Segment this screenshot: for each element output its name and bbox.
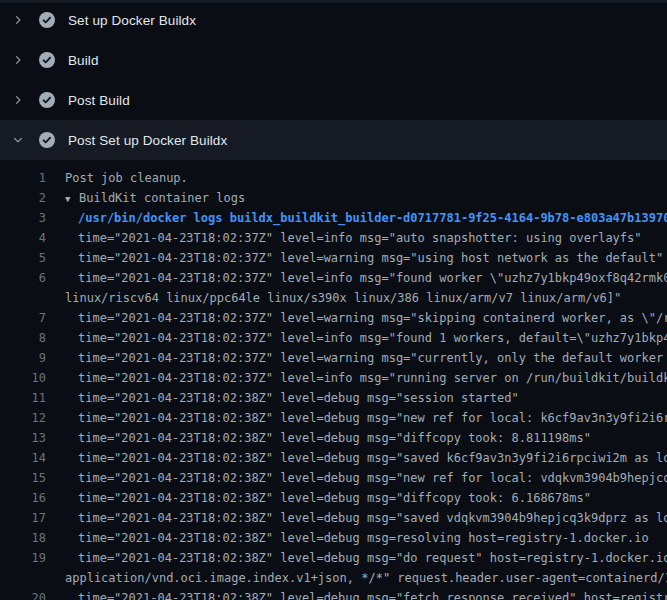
line-number[interactable]: 4 bbox=[0, 228, 46, 248]
log-message: time="2021-04-23T18:02:37Z" level=warnin… bbox=[78, 311, 667, 325]
log-lines-container: 1Post job cleanup.2▼BuildKit container l… bbox=[0, 160, 667, 600]
log-text: time="2021-04-23T18:02:38Z" level=debug … bbox=[78, 508, 667, 528]
log-line: 20time="2021-04-23T18:02:38Z" level=debu… bbox=[0, 588, 667, 600]
log-text: time="2021-04-23T18:02:38Z" level=debug … bbox=[78, 468, 667, 488]
log-text: time="2021-04-23T18:02:37Z" level=warnin… bbox=[78, 248, 663, 268]
log-text: time="2021-04-23T18:02:38Z" level=debug … bbox=[78, 388, 519, 408]
chevron-right-icon[interactable] bbox=[12, 13, 24, 27]
line-number bbox=[0, 288, 46, 308]
log-line: 6time="2021-04-23T18:02:37Z" level=info … bbox=[0, 268, 667, 288]
line-number[interactable]: 1 bbox=[0, 168, 46, 188]
log-line: 14time="2021-04-23T18:02:38Z" level=debu… bbox=[0, 448, 667, 468]
check-circle-icon bbox=[39, 92, 55, 108]
log-text: time="2021-04-23T18:02:37Z" level=info m… bbox=[78, 368, 667, 388]
line-number[interactable]: 19 bbox=[0, 548, 46, 568]
step-header[interactable]: Post Set up Docker Buildx bbox=[0, 120, 667, 160]
line-number[interactable]: 9 bbox=[0, 348, 46, 368]
line-number[interactable]: 20 bbox=[0, 588, 46, 600]
log-message: time="2021-04-23T18:02:38Z" level=debug … bbox=[78, 451, 667, 465]
check-circle-icon bbox=[39, 12, 55, 28]
chevron-right-icon[interactable] bbox=[12, 93, 24, 107]
log-message: time="2021-04-23T18:02:38Z" level=debug … bbox=[78, 511, 667, 525]
log-message: time="2021-04-23T18:02:38Z" level=debug … bbox=[78, 551, 667, 565]
log-message: time="2021-04-23T18:02:37Z" level=info m… bbox=[78, 331, 667, 345]
log-text: time="2021-04-23T18:02:37Z" level=info m… bbox=[78, 228, 642, 248]
line-number[interactable]: 13 bbox=[0, 428, 46, 448]
log-line: 1Post job cleanup. bbox=[0, 168, 667, 188]
step-header[interactable]: Set up Docker Buildx bbox=[0, 0, 667, 40]
log-message: time="2021-04-23T18:02:38Z" level=debug … bbox=[78, 591, 667, 600]
log-line: 11time="2021-04-23T18:02:38Z" level=debu… bbox=[0, 388, 667, 408]
log-text: time="2021-04-23T18:02:38Z" level=debug … bbox=[78, 448, 667, 468]
log-line: 10time="2021-04-23T18:02:37Z" level=info… bbox=[0, 368, 667, 388]
log-text: time="2021-04-23T18:02:37Z" level=warnin… bbox=[78, 348, 667, 368]
log-text: ▼BuildKit container logs bbox=[65, 188, 245, 208]
step-header[interactable]: Build bbox=[0, 40, 667, 80]
log-line: 13time="2021-04-23T18:02:38Z" level=debu… bbox=[0, 428, 667, 448]
log-message: time="2021-04-23T18:02:37Z" level=info m… bbox=[78, 371, 667, 385]
log-line: 7time="2021-04-23T18:02:37Z" level=warni… bbox=[0, 308, 667, 328]
log-text: time="2021-04-23T18:02:38Z" level=debug … bbox=[78, 428, 591, 448]
step-header[interactable]: Post Build bbox=[0, 80, 667, 120]
log-message: time="2021-04-23T18:02:38Z" level=debug … bbox=[78, 471, 667, 485]
log-text: /usr/bin/docker logs buildx_buildkit_bui… bbox=[78, 208, 667, 228]
log-line: 2▼BuildKit container logs bbox=[0, 188, 667, 208]
log-text: Post job cleanup. bbox=[65, 168, 188, 188]
line-number[interactable]: 10 bbox=[0, 368, 46, 388]
log-text: time="2021-04-23T18:02:37Z" level=info m… bbox=[78, 268, 667, 288]
log-line: 15time="2021-04-23T18:02:38Z" level=debu… bbox=[0, 468, 667, 488]
log-line: 12time="2021-04-23T18:02:38Z" level=debu… bbox=[0, 408, 667, 428]
step-title: Post Set up Docker Buildx bbox=[68, 133, 227, 148]
step-title: Set up Docker Buildx bbox=[68, 13, 196, 28]
log-message: linux/riscv64 linux/ppc64le linux/s390x … bbox=[65, 291, 621, 305]
line-number[interactable]: 5 bbox=[0, 248, 46, 268]
log-message: time="2021-04-23T18:02:38Z" level=debug … bbox=[78, 391, 519, 405]
log-text: time="2021-04-23T18:02:38Z" level=debug … bbox=[78, 588, 667, 600]
log-message: time="2021-04-23T18:02:38Z" level=debug … bbox=[78, 531, 649, 545]
line-number[interactable]: 3 bbox=[0, 208, 46, 228]
line-number[interactable]: 11 bbox=[0, 388, 46, 408]
line-number[interactable]: 14 bbox=[0, 448, 46, 468]
log-message: BuildKit container logs bbox=[79, 191, 245, 205]
log-text: time="2021-04-23T18:02:38Z" level=debug … bbox=[78, 488, 591, 508]
log-line-continuation: application/vnd.oci.image.index.v1+json,… bbox=[0, 568, 667, 588]
chevron-down-icon[interactable] bbox=[12, 133, 24, 147]
log-message: Post job cleanup. bbox=[65, 171, 188, 185]
log-message: time="2021-04-23T18:02:37Z" level=warnin… bbox=[78, 351, 667, 365]
log-message: time="2021-04-23T18:02:37Z" level=warnin… bbox=[78, 251, 663, 265]
log-line: 4time="2021-04-23T18:02:37Z" level=info … bbox=[0, 228, 667, 248]
line-number bbox=[0, 568, 46, 588]
log-text: time="2021-04-23T18:02:37Z" level=info m… bbox=[78, 328, 667, 348]
step-title: Post Build bbox=[68, 93, 130, 108]
log-line: 8time="2021-04-23T18:02:37Z" level=info … bbox=[0, 328, 667, 348]
line-number[interactable]: 17 bbox=[0, 508, 46, 528]
line-number[interactable]: 16 bbox=[0, 488, 46, 508]
command-text: /usr/bin/docker logs buildx_buildkit_bui… bbox=[78, 211, 667, 225]
log-message: time="2021-04-23T18:02:38Z" level=debug … bbox=[78, 431, 591, 445]
log-text: time="2021-04-23T18:02:38Z" level=debug … bbox=[78, 408, 667, 428]
log-line: 5time="2021-04-23T18:02:37Z" level=warni… bbox=[0, 248, 667, 268]
line-number[interactable]: 15 bbox=[0, 468, 46, 488]
log-line: 16time="2021-04-23T18:02:38Z" level=debu… bbox=[0, 488, 667, 508]
steps-list: Set up Docker BuildxBuildPost BuildPost … bbox=[0, 0, 667, 160]
line-number[interactable]: 6 bbox=[0, 268, 46, 288]
log-line: 18time="2021-04-23T18:02:38Z" level=debu… bbox=[0, 528, 667, 548]
line-number[interactable]: 8 bbox=[0, 328, 46, 348]
log-text: time="2021-04-23T18:02:37Z" level=warnin… bbox=[78, 308, 667, 328]
line-number[interactable]: 2 bbox=[0, 188, 46, 208]
log-text: time="2021-04-23T18:02:38Z" level=debug … bbox=[78, 548, 667, 568]
log-message: time="2021-04-23T18:02:38Z" level=debug … bbox=[78, 411, 667, 425]
chevron-right-icon[interactable] bbox=[12, 53, 24, 67]
line-number[interactable]: 18 bbox=[0, 528, 46, 548]
check-circle-icon bbox=[39, 132, 55, 148]
check-circle-icon bbox=[39, 52, 55, 68]
log-line: 17time="2021-04-23T18:02:38Z" level=debu… bbox=[0, 508, 667, 528]
step-title: Build bbox=[68, 53, 99, 68]
log-line-continuation: linux/riscv64 linux/ppc64le linux/s390x … bbox=[0, 288, 667, 308]
line-number[interactable]: 7 bbox=[0, 308, 46, 328]
log-text: application/vnd.oci.image.index.v1+json,… bbox=[65, 568, 667, 588]
line-number[interactable]: 12 bbox=[0, 408, 46, 428]
log-message: time="2021-04-23T18:02:37Z" level=info m… bbox=[78, 271, 667, 285]
log-group-toggle-icon[interactable]: ▼ bbox=[65, 189, 79, 209]
log-line: 9time="2021-04-23T18:02:37Z" level=warni… bbox=[0, 348, 667, 368]
